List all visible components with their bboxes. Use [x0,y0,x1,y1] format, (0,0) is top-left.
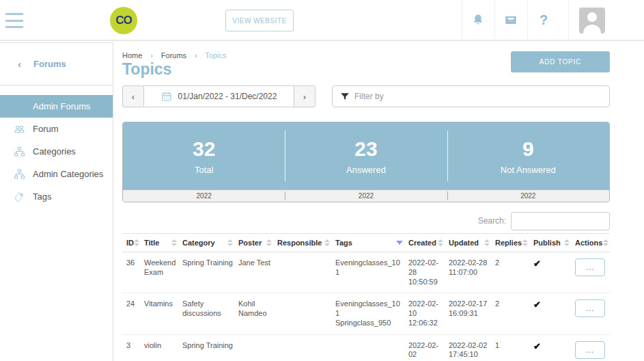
cell-updated: 2022-02-02 17:45:10 [445,334,491,361]
cell-updated: 2022-02-28 11:07:00 [445,252,491,293]
top-header: CO VIEW WEBSITE ? [0,0,644,41]
logo-text: CO [115,14,132,27]
view-website-button[interactable]: VIEW WEBSITE [225,10,294,31]
date-prev-button[interactable]: ‹ [122,85,144,107]
row-actions-button[interactable]: ... [575,299,605,317]
sidebar-item-label: Forum [33,124,59,134]
sidebar-item-tags[interactable]: Tags [0,185,113,208]
notifications-bell-icon[interactable] [462,0,494,40]
column-header-publish[interactable]: Publish [529,234,571,252]
stats-panel: 32 Total 23 Answered 9 Not Answered 2022… [122,122,610,202]
user-avatar[interactable] [579,8,605,34]
page-title: Topics [122,60,171,79]
sidebar: ‹ Forums Admin Forums Forum [0,42,113,361]
stat-total-label: Total [195,165,213,175]
column-header-title[interactable]: Title [140,234,178,252]
cell-actions: ... [571,293,610,334]
table-row: 3violinSpring Training2022-02-02 11:35:1… [122,334,610,361]
sitemap-icon [14,168,25,180]
cell-tags: Eveningclasses_101 [331,252,404,293]
chevron-right-icon: › [195,52,197,59]
column-label: Poster [238,239,262,247]
column-header-updated[interactable]: Updated [445,234,491,252]
stat-not-answered-value: 9 [522,137,534,161]
cell-id: 24 [122,293,140,334]
date-range-display[interactable]: 01/Jan/2022 - 31/Dec/2022 [144,85,294,107]
column-label: Replies [495,239,522,247]
sidebar-item-forum[interactable]: Forum [0,118,113,140]
forum-icon [14,123,25,135]
sidebar-back-forums[interactable]: ‹ Forums [0,43,113,85]
cell-tags [331,334,404,361]
app-logo[interactable]: CO [110,7,137,34]
breadcrumb-forums[interactable]: Forums [161,51,186,59]
cell-title: violin [140,334,178,361]
search-input[interactable] [511,212,610,230]
sitemap-icon [14,146,25,157]
topics-table: IDTitleCategoryPosterResponsibleTagsCrea… [122,233,610,361]
column-label: Created [408,239,436,247]
stat-not-answered-label: Not Answered [501,165,556,175]
chevron-left-icon: ‹ [18,58,21,70]
cell-actions: ... [571,252,610,293]
column-label: Actions [575,239,602,247]
stat-total: 32 Total [123,122,285,189]
sidebar-item-admin-forums[interactable]: Admin Forums [0,95,113,118]
sidebar-item-label: Categories [33,146,76,157]
table-row: 36Weekend ExamSpring TrainingJane TestEv… [122,252,610,293]
filter-input[interactable] [354,92,609,101]
tag-value: Eveningclasses_101 [335,258,403,278]
cell-publish: ✔ [529,334,571,361]
column-header-id[interactable]: ID [122,234,140,252]
date-next-button[interactable]: › [294,85,316,107]
controls-row: ‹ 01/Jan/2022 - 31/Dec/2022 › [122,85,610,107]
add-topic-button[interactable]: ADD TOPIC [511,51,610,72]
cell-title: Weekend Exam [140,252,178,293]
column-label: Tags [335,239,352,247]
publish-check-icon: ✔ [533,341,541,351]
column-header-tags[interactable]: Tags [331,234,404,252]
cell-id: 36 [122,252,140,293]
header-divider [568,0,569,40]
column-label: Updated [449,239,479,247]
filter-funnel-icon [340,92,350,101]
stat-answered-label: Answered [346,165,386,175]
column-header-responsible[interactable]: Responsible [273,234,331,252]
inbox-icon[interactable] [494,0,527,40]
cell-responsible [273,252,331,293]
tag-value: Springclass_950 [335,319,403,328]
column-header-replies[interactable]: Replies [491,234,529,252]
publish-check-icon: ✔ [533,299,541,310]
sidebar-item-admin-categories[interactable]: Admin Categories [0,163,113,185]
row-actions-button[interactable]: ... [575,341,605,359]
column-header-poster[interactable]: Poster [234,234,273,252]
sort-icon [522,239,528,246]
stat-not-answered-year: 2022 [447,190,609,202]
breadcrumb-home[interactable]: Home [122,51,142,59]
tag-icon [14,191,25,202]
row-actions-button[interactable]: ... [575,258,605,276]
cell-created: 2022-02-10 12:06:32 [404,293,445,334]
sort-icon [227,239,233,246]
help-icon[interactable]: ? [527,0,560,40]
sidebar-nav: Admin Forums Forum Categories [0,95,113,208]
stat-not-answered: 9 Not Answered [447,122,609,189]
sidebar-item-categories[interactable]: Categories [0,140,113,163]
column-label: Title [144,239,159,247]
stat-answered-year: 2022 [285,190,447,202]
sort-icon [324,239,330,246]
column-header-actions[interactable]: Actions [571,234,610,252]
cell-poster: Jane Test [234,252,273,293]
hamburger-menu-icon[interactable] [5,13,23,28]
date-range-value: 01/Jan/2022 - 31/Dec/2022 [178,92,277,101]
column-header-category[interactable]: Category [178,234,234,252]
cell-replies: 2 [491,252,529,293]
calendar-icon [161,91,172,102]
cell-category: Spring Training [178,334,234,361]
column-label: Category [182,239,215,247]
filter-box [332,85,610,107]
cell-publish: ✔ [529,252,571,293]
column-header-created[interactable]: Created [404,234,445,252]
sort-icon [171,239,177,246]
sort-icon [266,239,272,246]
